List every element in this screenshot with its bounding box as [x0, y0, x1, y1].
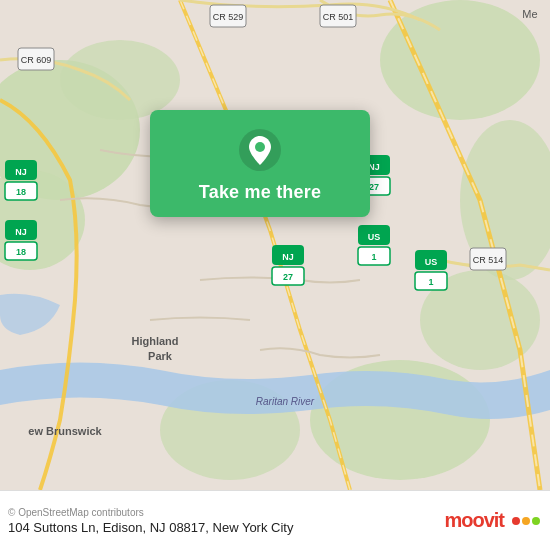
svg-text:Highland: Highland — [131, 335, 178, 347]
svg-text:US: US — [425, 257, 438, 267]
map-attribution: © OpenStreetMap contributors — [8, 507, 293, 518]
svg-point-3 — [60, 40, 180, 120]
moovit-dot-3 — [532, 517, 540, 525]
svg-text:27: 27 — [283, 272, 293, 282]
svg-text:NJ: NJ — [15, 167, 27, 177]
svg-point-4 — [380, 0, 540, 120]
svg-text:CR 514: CR 514 — [473, 255, 504, 265]
location-pin-icon — [238, 128, 282, 172]
navigation-card[interactable]: Take me there — [150, 110, 370, 217]
map-background: NJ 18 NJ 18 NJ 27 NJ 27 US 1 US 1 CR 501 — [0, 0, 550, 490]
moovit-dot-2 — [522, 517, 530, 525]
map-container: NJ 18 NJ 18 NJ 27 NJ 27 US 1 US 1 CR 501 — [0, 0, 550, 490]
take-me-there-button[interactable]: Take me there — [199, 182, 321, 203]
moovit-dots — [512, 517, 540, 525]
svg-text:Park: Park — [148, 350, 173, 362]
svg-text:Raritan River: Raritan River — [256, 396, 315, 407]
bottom-bar: © OpenStreetMap contributors 104 Suttons… — [0, 490, 550, 550]
svg-text:1: 1 — [428, 277, 433, 287]
svg-text:27: 27 — [369, 182, 379, 192]
svg-text:CR 501: CR 501 — [323, 12, 354, 22]
svg-text:US: US — [368, 232, 381, 242]
svg-point-47 — [255, 142, 265, 152]
svg-text:18: 18 — [16, 187, 26, 197]
svg-text:ew Brunswick: ew Brunswick — [28, 425, 102, 437]
svg-text:NJ: NJ — [15, 227, 27, 237]
moovit-logo: moovit — [444, 509, 540, 532]
svg-text:CR 609: CR 609 — [21, 55, 52, 65]
svg-text:NJ: NJ — [282, 252, 294, 262]
address-label: 104 Suttons Ln, Edison, NJ 08817, New Yo… — [8, 520, 293, 535]
svg-text:Me: Me — [522, 8, 537, 20]
bottom-info: © OpenStreetMap contributors 104 Suttons… — [8, 507, 293, 535]
svg-text:1: 1 — [371, 252, 376, 262]
moovit-wordmark: moovit — [444, 509, 504, 532]
moovit-dot-1 — [512, 517, 520, 525]
svg-text:CR 529: CR 529 — [213, 12, 244, 22]
svg-text:18: 18 — [16, 247, 26, 257]
